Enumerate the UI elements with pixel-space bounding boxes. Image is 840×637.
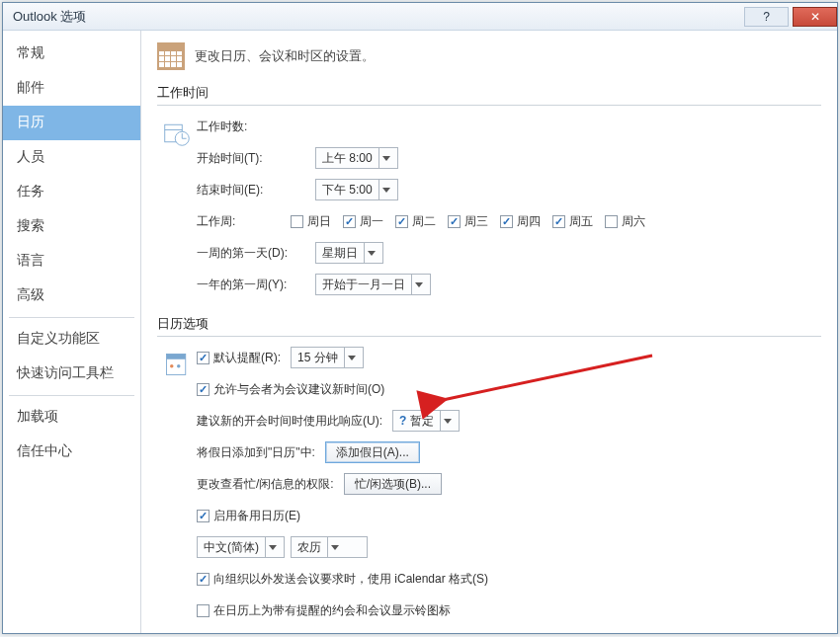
question-mark-icon: ? bbox=[399, 414, 406, 428]
freebusy-label: 更改查看忙/闲信息的权限: bbox=[197, 476, 334, 493]
icalendar-checkbox[interactable] bbox=[197, 573, 210, 586]
show-bell-label: 在日历上为带有提醒的约会和会议显示铃图标 bbox=[213, 602, 451, 619]
day-checkbox-1[interactable] bbox=[343, 215, 356, 228]
alt-lang-select[interactable]: 中文(简体) bbox=[197, 536, 285, 558]
day-checkbox-2[interactable] bbox=[395, 215, 408, 228]
start-time-label: 开始时间(T): bbox=[197, 150, 315, 167]
calendar-header-icon bbox=[157, 42, 185, 70]
show-bell-checkbox[interactable] bbox=[197, 604, 210, 617]
allow-suggest-label: 允许与会者为会议建议新时间(O) bbox=[213, 381, 384, 398]
alt-calendar-label: 启用备用日历(E) bbox=[213, 508, 300, 524]
day-checkbox-3[interactable] bbox=[448, 215, 461, 228]
page-description: 更改日历、会议和时区的设置。 bbox=[195, 47, 375, 65]
window-title: Outlook 选项 bbox=[13, 8, 86, 26]
alt-type-select[interactable]: 农历 bbox=[291, 536, 368, 558]
work-week-label: 工作周: bbox=[197, 213, 291, 230]
sidebar-separator bbox=[9, 317, 134, 318]
alt-calendar-checkbox[interactable] bbox=[197, 510, 210, 522]
sidebar-item-7[interactable]: 高级 bbox=[3, 279, 140, 313]
day-label-2: 周二 bbox=[412, 213, 436, 230]
sidebar-item-4[interactable]: 任务 bbox=[3, 175, 140, 209]
day-label-0: 周日 bbox=[307, 213, 331, 230]
sidebar-item-6[interactable]: 语言 bbox=[3, 244, 140, 279]
sidebar-item-100[interactable]: 自定义功能区 bbox=[3, 322, 140, 357]
suggest-response-label: 建议新的开会时间时使用此响应(U): bbox=[197, 413, 382, 430]
sidebar-item-200[interactable]: 加载项 bbox=[3, 400, 140, 435]
svg-point-8 bbox=[177, 364, 181, 368]
day-label-5: 周五 bbox=[569, 213, 593, 230]
first-day-label: 一周的第一天(D): bbox=[197, 245, 315, 262]
sidebar-item-2[interactable]: 日历 bbox=[3, 106, 140, 140]
svg-point-7 bbox=[170, 364, 174, 368]
first-week-label: 一年的第一周(Y): bbox=[197, 277, 315, 293]
suggest-response-select[interactable]: ?暂定 bbox=[392, 410, 460, 432]
start-time-select[interactable]: 上午 8:00 bbox=[315, 147, 398, 169]
day-checkbox-0[interactable] bbox=[291, 215, 303, 228]
add-holidays-label: 将假日添加到"日历"中: bbox=[197, 444, 315, 461]
day-label-6: 周六 bbox=[622, 213, 645, 230]
page-header: 更改日历、会议和时区的设置。 bbox=[157, 42, 821, 70]
sidebar-item-3[interactable]: 人员 bbox=[3, 140, 140, 175]
sidebar-item-5[interactable]: 搜索 bbox=[3, 209, 140, 244]
freebusy-button[interactable]: 忙/闲选项(B)... bbox=[344, 473, 442, 495]
end-time-label: 结束时间(E): bbox=[197, 182, 315, 199]
sidebar-item-201[interactable]: 信任中心 bbox=[3, 435, 140, 469]
default-reminder-select[interactable]: 15 分钟 bbox=[291, 347, 364, 368]
close-button[interactable]: ✕ bbox=[793, 7, 837, 27]
default-reminder-label: 默认提醒(R): bbox=[213, 350, 281, 366]
end-time-select[interactable]: 下午 5:00 bbox=[315, 179, 398, 200]
sidebar: 常规邮件日历人员任务搜索语言高级 自定义功能区快速访问工具栏 加载项信任中心 bbox=[3, 31, 141, 633]
allow-suggest-checkbox[interactable] bbox=[197, 383, 210, 396]
titlebar: Outlook 选项 ? ✕ bbox=[3, 3, 837, 31]
day-label-4: 周四 bbox=[517, 213, 541, 230]
day-checkbox-4[interactable] bbox=[500, 215, 513, 228]
calendar-options-icon bbox=[157, 347, 197, 631]
section-title-work-time: 工作时间 bbox=[157, 84, 821, 106]
day-label-3: 周三 bbox=[464, 213, 488, 230]
day-label-1: 周一 bbox=[360, 213, 383, 230]
svg-rect-6 bbox=[167, 355, 186, 359]
day-checkbox-6[interactable] bbox=[605, 215, 618, 228]
add-holidays-button[interactable]: 添加假日(A)... bbox=[325, 441, 420, 463]
default-reminder-checkbox[interactable] bbox=[197, 352, 210, 364]
sidebar-item-0[interactable]: 常规 bbox=[3, 37, 140, 71]
sidebar-separator bbox=[9, 395, 134, 396]
sidebar-item-101[interactable]: 快速访问工具栏 bbox=[3, 357, 140, 391]
work-hours-label: 工作时数: bbox=[197, 119, 315, 135]
sidebar-item-1[interactable]: 邮件 bbox=[3, 71, 140, 106]
first-day-select[interactable]: 星期日 bbox=[315, 242, 383, 264]
day-checkbox-5[interactable] bbox=[552, 215, 565, 228]
content-pane: 更改日历、会议和时区的设置。 工作时间 工作时数: 开始时间(T): 上午 8:… bbox=[141, 31, 837, 633]
help-button[interactable]: ? bbox=[744, 7, 789, 27]
first-week-select[interactable]: 开始于一月一日 bbox=[315, 274, 431, 295]
section-title-calendar-options: 日历选项 bbox=[157, 315, 821, 337]
icalendar-label: 向组织以外发送会议要求时，使用 iCalendar 格式(S) bbox=[213, 571, 488, 588]
work-time-icon bbox=[157, 116, 197, 305]
